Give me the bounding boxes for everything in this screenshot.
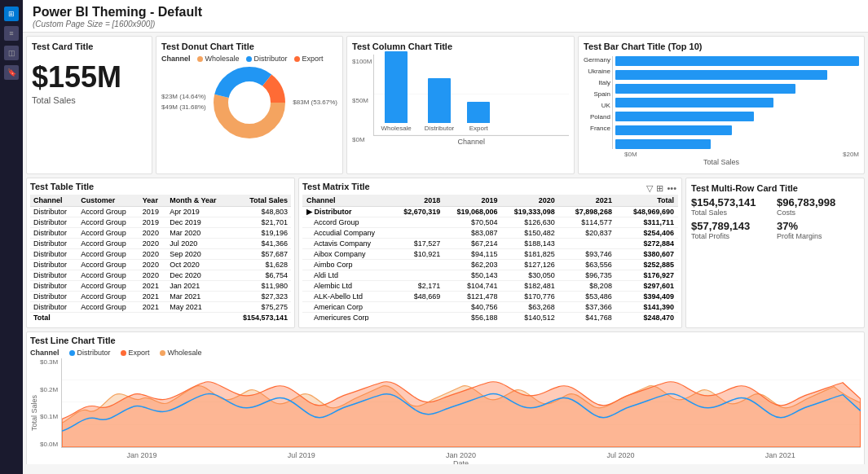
matrix-scroll[interactable]: Channel 2018 2019 2020 2021 Total ▶ Dist… (302, 195, 678, 321)
col-bar-export: Export (467, 102, 490, 132)
legend-export: Export (294, 55, 324, 63)
table-total-cell (77, 313, 139, 322)
matrix-val-cell: $248,470 (616, 313, 678, 322)
table-scroll[interactable]: Channel Customer Year Month & Year Total… (30, 195, 291, 321)
country-france: France (584, 125, 610, 132)
sidebar-icon-list[interactable]: ≡ (4, 26, 19, 41)
bar-fill-italy (615, 84, 795, 94)
col-label-export: Export (469, 125, 488, 132)
col-y-50: $50M (352, 97, 372, 104)
metric-costs: $96,783,998 Costs (777, 196, 859, 217)
bar-x-labels: $0M $20M (584, 151, 859, 158)
matrix-val-cell: $30,050 (501, 270, 558, 281)
table-cell: Distributor (30, 302, 77, 313)
more-icon[interactable]: ••• (667, 183, 676, 194)
matrix-val-cell: $2,670,319 (392, 207, 444, 217)
line-y-axis-label: Total Sales (30, 358, 38, 464)
table-cell: Distributor (30, 228, 77, 239)
matrix-row: ▶ Distributor$2,670,319$19,068,006$19,33… (302, 207, 678, 217)
matrix-channel-cell: Aldi Ltd (302, 270, 392, 281)
sidebar-icon-home[interactable]: ⊞ (4, 7, 19, 21)
sidebar-icon-layers[interactable]: ◫ (4, 46, 19, 60)
column-chart-area: Wholesale Distributor Export Chann (373, 55, 569, 146)
legend-label-export: Export (302, 55, 324, 63)
matrix-val-cell: $83,087 (444, 228, 501, 239)
main-content: Power BI Theming - Default (Custom Page … (23, 0, 868, 474)
matrix-val-cell: $104,741 (444, 281, 501, 292)
matrix-val-cell: $140,512 (501, 313, 558, 322)
matrix-row: Aldi Ltd$50,143$30,050$96,735$176,927 (302, 270, 678, 281)
col-label-distributor: Distributor (425, 125, 454, 132)
bar-fill-france (615, 139, 711, 149)
matrix-val-cell: $127,126 (501, 260, 558, 270)
table-cell: May 2021 (166, 302, 230, 313)
metric-totalsales-label: Total Sales (691, 208, 773, 217)
matrix-val-cell: $176,927 (616, 270, 678, 281)
table-cell: 2020 (139, 270, 166, 281)
table-icon[interactable]: ⊞ (656, 183, 663, 194)
table-cell: $48,803 (230, 207, 291, 217)
sidebar-icon-bookmark[interactable]: 🔖 (4, 65, 19, 80)
column-chart-body: $100M $50M $0M Wholesale Distr (352, 55, 569, 146)
col-x-label: Channel (373, 138, 569, 146)
line-x-labels: Jan 2019 Jul 2019 Jan 2020 Jul 2020 Jan … (61, 451, 861, 459)
svg-point-3 (231, 85, 267, 121)
matrix-val-cell (392, 302, 444, 313)
matrix-card: Test Matrix Title Channel 2018 2019 2020… (298, 178, 682, 328)
th-year: Year (139, 195, 166, 207)
matrix-val-cell: $272,884 (616, 239, 678, 249)
col-bars-container: Wholesale Distributor Export (373, 55, 569, 136)
table-cell: 2020 (139, 228, 166, 239)
matrix-channel-cell: Accord Group (302, 217, 392, 228)
matrix-val-cell: $53,486 (559, 292, 616, 302)
matrix-val-cell: $10,921 (392, 249, 444, 260)
bar-distributor (428, 78, 451, 123)
th-totalsales: Total Sales (230, 195, 291, 207)
matrix-row: Aimbo Corp$62,203$127,126$63,556$252,885 (302, 260, 678, 270)
table-row: DistributorAccord Group2021Jan 2021$11,9… (30, 281, 291, 292)
matrix-val-cell: $93,746 (559, 249, 616, 260)
matrix-val-cell: $56,188 (444, 313, 501, 322)
bar-export (467, 102, 490, 123)
legend-label-distributor: Distributor (254, 55, 288, 63)
line-chart-card: Test Line Chart Title Channel Distributo… (26, 331, 865, 464)
matrix-val-cell: $170,776 (501, 292, 558, 302)
legend-dot-wholesale (197, 56, 203, 62)
sidebar: ⊞ ≡ ◫ 🔖 (0, 0, 23, 474)
matrix-val-cell: $2,171 (392, 281, 444, 292)
table-cell: Accord Group (77, 207, 139, 217)
th-channel: Channel (30, 195, 77, 207)
table-cell: Jan 2021 (166, 281, 230, 292)
metric-costs-label: Costs (777, 208, 859, 217)
card-metric-value: $155M (32, 61, 147, 94)
table-cell: $57,687 (230, 249, 291, 260)
table-cell: Apr 2019 (166, 207, 230, 217)
bar-fill-uk (615, 112, 754, 121)
line-chart-legend: Channel Distributor Export Wholesale (30, 349, 861, 357)
matrix-val-cell (559, 239, 616, 249)
line-y-02: $0.2M (40, 386, 58, 393)
table-cell: Dec 2020 (166, 270, 230, 281)
donut-segment-labels: $23M (14.64%) $49M (31.68%) (161, 92, 206, 113)
table-row: DistributorAccord Group2020Dec 2020$6,75… (30, 270, 291, 281)
matrix-val-cell: $50,143 (444, 270, 501, 281)
matrix-row: Actavis Company$17,527$67,214$188,143$27… (302, 239, 678, 249)
table-cell: 2019 (139, 217, 166, 228)
legend-line-export: Export (121, 349, 150, 357)
matrix-header-row: Channel 2018 2019 2020 2021 Total (302, 195, 678, 207)
bar-x-axis-label: Total Sales (584, 158, 859, 166)
table-cell: Distributor (30, 249, 77, 260)
table-cell: Distributor (30, 281, 77, 292)
matrix-val-cell: $40,756 (444, 302, 501, 313)
table-cell: Mar 2020 (166, 228, 230, 239)
column-chart-card: Test Column Chart Title $100M $50M $0M W… (346, 36, 575, 174)
matrix-filter-icons: ▽ ⊞ ••• (646, 183, 676, 194)
col-label-wholesale: Wholesale (381, 125, 411, 132)
table-cell: Accord Group (77, 270, 139, 281)
donut-chart-card: Test Donut Chart Title Channel Wholesale… (156, 36, 343, 174)
matrix-val-cell: $114,577 (559, 217, 616, 228)
table-cell: Distributor (30, 270, 77, 281)
metric-margins: 37% Profit Margins (777, 220, 859, 240)
filter-icon[interactable]: ▽ (646, 183, 653, 194)
table-row: DistributorAccord Group2021Mar 2021$27,3… (30, 292, 291, 302)
